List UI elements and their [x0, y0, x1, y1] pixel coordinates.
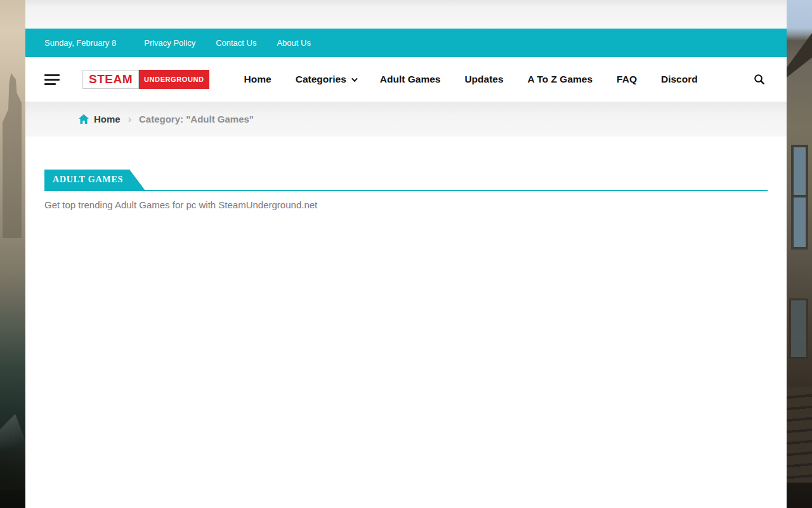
background-art-right [787, 0, 812, 508]
section-title-badge: ADULT GAMES [44, 170, 145, 190]
background-tower-silhouette [3, 73, 22, 238]
topbar-link-privacy-policy[interactable]: Privacy Policy [144, 38, 195, 48]
hamburger-menu-icon[interactable] [44, 74, 60, 85]
section-description: Get top trending Adult Games for pc with… [44, 199, 768, 210]
background-planks [787, 387, 812, 483]
nav-item-faq[interactable]: FAQ [617, 74, 637, 85]
logo-underground-text: UNDERGROUND [139, 70, 209, 89]
search-icon[interactable] [751, 71, 768, 88]
background-debris [0, 414, 25, 490]
nav-item-a-to-z-games[interactable]: A To Z Games [528, 74, 593, 85]
breadcrumb-current: Category: "Adult Games" [139, 114, 254, 124]
navbar: STEAM UNDERGROUND Home Categories Adult … [25, 57, 787, 102]
topbar-link-contact-us[interactable]: Contact Us [216, 38, 256, 48]
breadcrumb: Home › Category: "Adult Games" [25, 102, 787, 137]
nav-item-discord[interactable]: Discord [661, 74, 698, 85]
background-window-lower [789, 298, 808, 359]
section-header: ADULT GAMES [44, 170, 768, 191]
main-menu: Home Categories Adult Games Updates A To… [232, 74, 710, 85]
main-content: ADULT GAMES Get top trending Adult Games… [25, 137, 787, 508]
nav-item-adult-games[interactable]: Adult Games [380, 74, 441, 85]
breadcrumb-separator: › [128, 114, 131, 125]
breadcrumb-home-label: Home [94, 114, 121, 124]
page-column: Sunday, February 8 Privacy Policy Contac… [25, 0, 787, 508]
current-date: Sunday, February 8 [44, 38, 116, 48]
topbar-link-about-us[interactable]: About Us [277, 38, 310, 48]
topbar: Sunday, February 8 Privacy Policy Contac… [25, 29, 787, 57]
top-spacer [25, 0, 787, 29]
background-window-upper [791, 145, 808, 250]
breadcrumb-home-link[interactable]: Home [79, 114, 121, 124]
nav-item-home[interactable]: Home [244, 74, 272, 85]
background-roof [787, 33, 812, 77]
chevron-down-icon [351, 76, 358, 82]
nav-item-updates[interactable]: Updates [464, 74, 503, 85]
background-art-left [0, 0, 25, 508]
nav-item-categories[interactable]: Categories [296, 74, 356, 85]
home-icon [79, 114, 89, 124]
logo-steam-text: STEAM [82, 70, 139, 89]
site-logo[interactable]: STEAM UNDERGROUND [82, 70, 209, 89]
